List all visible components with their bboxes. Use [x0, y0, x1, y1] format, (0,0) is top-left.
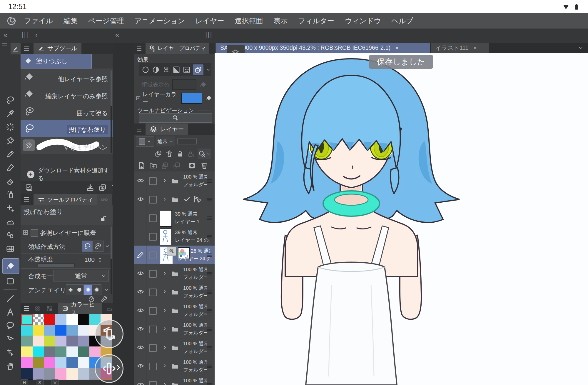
layer-row-folder[interactable]: 100 % 通常フォルダー 1 [134, 338, 215, 357]
layer-row-folder[interactable]: 100 % 通常 [134, 375, 215, 385]
color-history-swatch[interactable] [78, 325, 89, 336]
tool-correct-line[interactable] [5, 347, 16, 358]
color-history-swatch[interactable] [33, 325, 44, 336]
unlock-icon[interactable] [99, 215, 107, 222]
layer-visible-icon[interactable] [137, 362, 144, 370]
menu-help[interactable]: ヘルプ [392, 16, 413, 26]
color-history-swatch[interactable] [44, 357, 55, 368]
layer-row-layer24-copy[interactable]: 39 % 通常 レイヤー 24 のコ [134, 227, 215, 246]
aa-middle-button[interactable] [83, 284, 93, 295]
color-history-swatch[interactable] [21, 346, 33, 357]
expand-folder-icon[interactable] [161, 270, 168, 276]
tool-blur[interactable] [5, 230, 16, 241]
expand-folder-icon[interactable] [161, 363, 168, 369]
layer-thumbnail[interactable] [160, 229, 172, 245]
lock-layer-icon[interactable] [176, 150, 184, 158]
layer-handle-icon[interactable] [206, 196, 213, 203]
color-wheel-tab-icon[interactable] [34, 305, 41, 312]
expand-folder-icon[interactable] [161, 196, 168, 202]
layer-checkbox[interactable] [149, 307, 157, 315]
color-history-swatch[interactable] [44, 336, 55, 346]
expand-folder-icon[interactable] [161, 289, 168, 295]
menu-selection[interactable]: 選択範囲 [235, 16, 263, 26]
color-history-swatch[interactable] [66, 346, 78, 357]
color-history-swatch[interactable] [44, 325, 55, 336]
color-history-swatch[interactable] [78, 357, 89, 368]
subtool-item-gap-fill-pen[interactable]: すきま塗りペン [21, 137, 113, 154]
layer-blend-dropdown[interactable]: 通常 [156, 136, 175, 146]
layer-handle-icon[interactable] [206, 363, 213, 370]
collapse-left-icon[interactable]: « [4, 31, 7, 39]
clip-to-layer-icon[interactable] [154, 150, 163, 158]
menu-edit[interactable]: 編集 [64, 16, 78, 26]
layer-visible-icon[interactable] [137, 344, 144, 351]
layer-thumbnail[interactable] [160, 210, 172, 227]
menu-animation[interactable]: アニメーション [134, 16, 185, 26]
blend-mode-dropdown[interactable]: 通常 [54, 270, 109, 281]
layer-checkbox[interactable] [149, 363, 157, 370]
color-history-swatch[interactable] [21, 357, 33, 368]
tool-decoration[interactable] [5, 203, 16, 214]
color-set-tab-icon[interactable] [46, 305, 53, 312]
opacity-slider[interactable] [38, 264, 75, 267]
layer-handle-icon[interactable] [206, 307, 213, 314]
layer-checkbox[interactable] [149, 177, 157, 185]
subtool-item-lasso-fill[interactable]: 投げなわ塗り [21, 120, 113, 137]
effect-dot-icon[interactable] [162, 66, 170, 74]
layer-checkbox[interactable] [149, 381, 157, 385]
disable-mask-button[interactable] [198, 149, 211, 159]
add-mask-icon[interactable] [188, 161, 196, 170]
subtool-scrollbar[interactable] [111, 71, 112, 153]
tool-pencil[interactable] [5, 149, 16, 159]
new-folder-icon[interactable] [149, 161, 157, 170]
color-history-swatch[interactable] [55, 368, 67, 379]
color-history-swatch[interactable] [33, 336, 44, 346]
tab-list-chevron-icon[interactable] [577, 45, 584, 51]
tool-figure[interactable] [5, 293, 16, 304]
layer-panel-menu-button[interactable] [137, 129, 141, 129]
color-history-swatch[interactable] [66, 357, 78, 368]
expand-folder-icon[interactable] [161, 326, 168, 332]
aa-weak-button[interactable] [75, 284, 84, 295]
layer-row-folder[interactable]: 100 % 通常フォルダー 1 [134, 264, 215, 283]
approx-color-tab-icon[interactable] [106, 305, 113, 312]
app-logo-icon[interactable] [6, 16, 16, 26]
menu-page[interactable]: ページ管理 [88, 16, 124, 26]
layer-visible-icon[interactable] [137, 269, 144, 277]
color-history-swatch[interactable] [55, 325, 67, 336]
color-history-swatch[interactable] [44, 368, 55, 379]
layer-checkbox[interactable] [149, 270, 157, 278]
layer-visible-icon[interactable] [137, 306, 144, 314]
layer-property-menu-button[interactable] [137, 48, 141, 49]
layer-checkbox[interactable] [149, 214, 157, 222]
expand-folder-icon[interactable] [161, 307, 168, 314]
layer-panel-tab[interactable]: レイヤー [146, 124, 188, 135]
layer-visible-icon[interactable] [137, 195, 144, 203]
layer-handle-icon[interactable] [206, 270, 213, 277]
color-history-swatch[interactable] [78, 336, 89, 346]
duplicate-subtool-icon[interactable] [98, 183, 107, 192]
color-history-swatch[interactable] [55, 357, 67, 368]
delete-layer-icon[interactable] [200, 161, 208, 170]
layer-handle-icon[interactable] [206, 251, 213, 259]
menu-window[interactable]: ウィンドウ [345, 16, 381, 26]
saturation-tag[interactable]: S [36, 379, 44, 385]
subtool-menu-button[interactable] [24, 48, 29, 49]
tool-navigation-button[interactable] [139, 113, 212, 123]
toolbar-drag-handle-icon[interactable]: ||| [205, 30, 213, 39]
close-tab-icon[interactable]: × [395, 44, 399, 51]
document-tab-active[interactable]: SANA (5000 x 9000px 350dpi 43.2% : RGB:s… [216, 43, 430, 53]
layer-visible-icon[interactable] [137, 325, 144, 333]
layer-row-selected[interactable]: 28 % 通常 レイヤー 24 のコ [134, 246, 215, 264]
color-history-swatch[interactable] [66, 368, 78, 379]
layer-color-expand-icon[interactable] [136, 95, 141, 101]
color-history-swatch[interactable] [78, 368, 89, 379]
advanced-settings-icon[interactable] [101, 295, 108, 303]
expand-folder-icon[interactable] [161, 381, 168, 385]
menu-file[interactable]: ファイル [24, 16, 53, 26]
color-history-swatch[interactable] [33, 346, 44, 357]
effect-layer-color-button[interactable] [193, 64, 203, 75]
subtool-item-refer-editing-layer[interactable]: 編集レイヤーのみ参照 [21, 86, 113, 103]
layer-checkbox[interactable] [149, 196, 157, 204]
color-history-swatch[interactable] [78, 346, 89, 357]
